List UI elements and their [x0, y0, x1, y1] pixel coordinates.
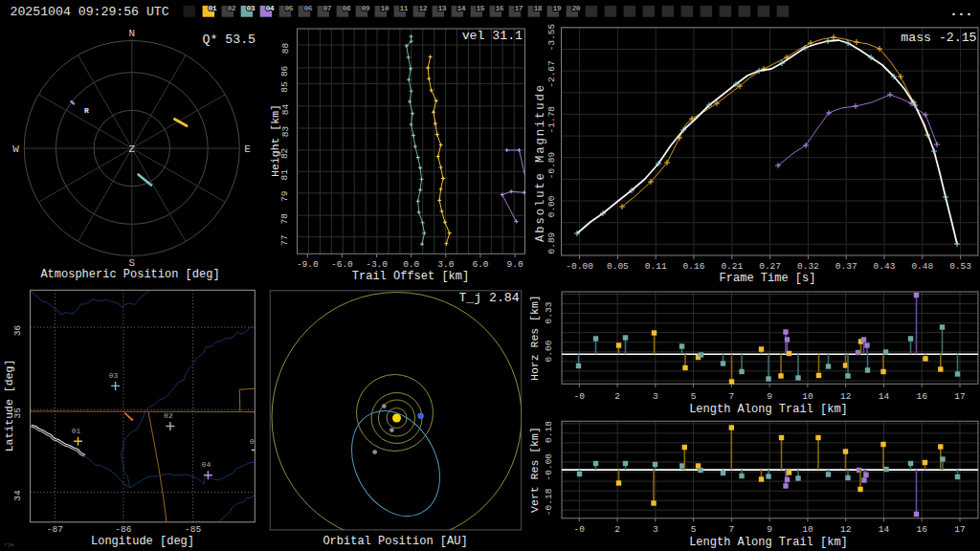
svg-text:86: 86 [280, 65, 291, 77]
svg-text:7: 7 [729, 524, 735, 535]
svg-text:2: 2 [614, 524, 620, 535]
svg-text:14: 14 [879, 391, 890, 402]
svg-text:0.18: 0.18 [544, 421, 554, 443]
svg-text:0.33: 0.33 [544, 301, 554, 323]
svg-text:01: 01 [72, 427, 81, 435]
svg-text:3.0: 3.0 [437, 259, 454, 270]
svg-text:rjw: rjw [5, 541, 15, 548]
svg-text:07: 07 [323, 4, 331, 12]
svg-text:14: 14 [457, 4, 465, 12]
svg-text:88: 88 [280, 43, 291, 55]
svg-text:Vert Res [km]: Vert Res [km] [528, 427, 541, 513]
svg-text:83: 83 [280, 126, 291, 138]
svg-text:0.0: 0.0 [403, 259, 419, 270]
svg-text:-2.67: -2.67 [546, 60, 557, 88]
svg-text:Atmospheric Position [deg]: Atmospheric Position [deg] [40, 268, 219, 281]
svg-text:16: 16 [916, 524, 927, 535]
svg-text:20: 20 [571, 4, 580, 12]
svg-text:2: 2 [614, 391, 620, 402]
svg-text:02: 02 [227, 4, 235, 12]
svg-text:-3.55: -3.55 [546, 23, 557, 51]
svg-text:7: 7 [729, 391, 735, 402]
svg-text:09: 09 [361, 4, 369, 12]
svg-text:0.27: 0.27 [759, 261, 781, 272]
svg-text:Longitude [deg]: Longitude [deg] [91, 535, 194, 548]
svg-text:-0.18: -0.18 [544, 488, 554, 516]
svg-text:12: 12 [840, 391, 852, 402]
svg-text:Length Along Trail [km]: Length Along Trail [km] [689, 403, 848, 416]
svg-text:18: 18 [533, 4, 542, 12]
svg-text:Latitude [deg]: Latitude [deg] [3, 360, 15, 452]
svg-text:6.0: 6.0 [472, 259, 488, 270]
svg-text:36: 36 [12, 325, 23, 337]
svg-text:05: 05 [250, 437, 259, 446]
svg-text:-3.0: -3.0 [366, 259, 388, 270]
svg-text:S: S [128, 257, 135, 269]
svg-text:0.43: 0.43 [874, 261, 896, 272]
svg-text:12: 12 [418, 4, 427, 12]
svg-text:5: 5 [691, 524, 697, 535]
svg-text:16: 16 [495, 4, 503, 12]
svg-text:20251004 09:29:56 UTC: 20251004 09:29:56 UTC [11, 5, 169, 19]
svg-text:34: 34 [12, 490, 23, 501]
svg-text:3: 3 [653, 391, 658, 402]
svg-text:E: E [244, 143, 251, 155]
svg-text:9.0: 9.0 [507, 259, 523, 270]
svg-text:-87: -87 [47, 524, 63, 535]
svg-text:W: W [12, 143, 19, 155]
svg-text:-9.0: -9.0 [297, 259, 319, 270]
svg-text:11: 11 [399, 4, 408, 12]
svg-text:-0.89: -0.89 [546, 151, 557, 179]
svg-text:0.21: 0.21 [721, 261, 743, 272]
svg-text:Q* 53.5: Q* 53.5 [203, 33, 256, 47]
svg-text:17: 17 [954, 524, 965, 535]
svg-text:Absolute Magnitude: Absolute Magnitude [534, 83, 547, 242]
svg-text:77: 77 [280, 234, 291, 245]
svg-text:13: 13 [437, 4, 446, 12]
svg-text:10: 10 [802, 524, 813, 535]
svg-text:-0.00: -0.00 [566, 261, 593, 272]
svg-text:12: 12 [840, 524, 852, 535]
svg-text:5: 5 [691, 391, 697, 402]
svg-text:0.48: 0.48 [911, 261, 933, 272]
svg-text:05: 05 [284, 4, 293, 12]
svg-text:10: 10 [802, 391, 813, 402]
svg-text:Z: Z [128, 143, 135, 155]
svg-text:0.11: 0.11 [645, 261, 667, 272]
svg-text:-6.0: -6.0 [331, 259, 353, 270]
svg-text:mass -2.15: mass -2.15 [901, 31, 976, 45]
svg-text:19: 19 [552, 4, 561, 12]
svg-text:08: 08 [342, 4, 350, 12]
svg-text:9: 9 [767, 524, 772, 535]
svg-text:81: 81 [280, 169, 291, 181]
svg-text:02: 02 [164, 411, 173, 420]
svg-text:N: N [128, 28, 135, 39]
svg-text:0.89: 0.89 [546, 231, 557, 253]
svg-text:R: R [84, 106, 89, 115]
svg-text:0.00: 0.00 [544, 340, 554, 362]
svg-text:9: 9 [767, 391, 772, 402]
svg-text:Horz Res [km]: Horz Res [km] [528, 295, 541, 381]
svg-text:0.37: 0.37 [835, 261, 858, 272]
svg-text:14: 14 [879, 524, 890, 535]
svg-text:vel 31.1: vel 31.1 [462, 29, 523, 43]
svg-text:78: 78 [280, 213, 291, 225]
svg-text:Height [km]: Height [km] [269, 104, 281, 177]
svg-text:17: 17 [954, 391, 965, 402]
svg-text:84: 84 [280, 104, 291, 116]
svg-text:0.53: 0.53 [949, 261, 971, 272]
svg-text:15: 15 [476, 4, 484, 12]
svg-text:10: 10 [380, 4, 389, 12]
svg-text:03: 03 [246, 4, 255, 12]
svg-text:-85: -85 [185, 524, 201, 535]
svg-text:06: 06 [303, 4, 312, 12]
svg-text:79: 79 [280, 190, 291, 202]
svg-text:0.32: 0.32 [797, 261, 819, 272]
svg-text:3: 3 [653, 524, 658, 535]
svg-text:0.16: 0.16 [683, 261, 705, 272]
svg-text:-0.00: -0.00 [544, 453, 554, 481]
svg-text:-0: -0 [574, 524, 586, 535]
svg-text:04: 04 [202, 460, 212, 469]
svg-text:17: 17 [514, 4, 523, 12]
svg-text:03: 03 [109, 371, 119, 380]
